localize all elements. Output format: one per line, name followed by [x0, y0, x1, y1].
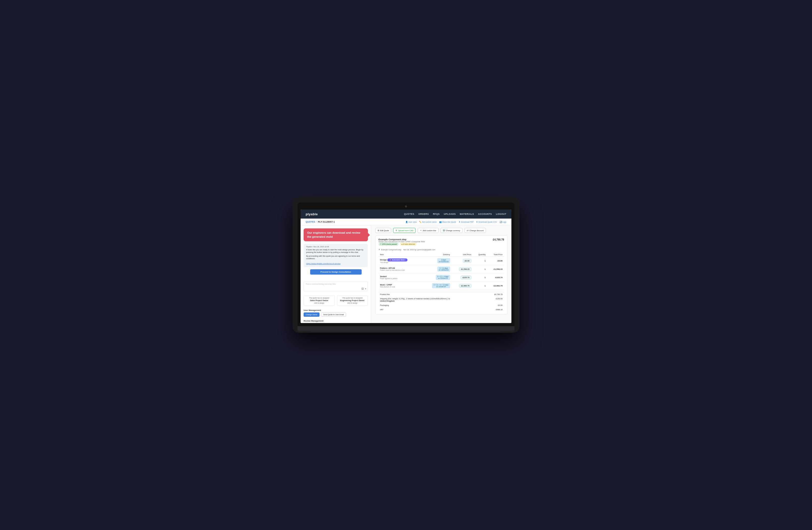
table-cell-item: SealedFinish applied to pattern — [378, 273, 422, 282]
breadcrumb-separator: / — [316, 221, 317, 223]
chat-text-2: By proceeding with this quote you are ag… — [306, 255, 365, 260]
comment-icons: 🖼 ➤ — [361, 288, 367, 290]
change-currency-btn[interactable]: 💱 Change currency — [440, 228, 463, 233]
nav-logout[interactable]: LOGOUT — [496, 213, 507, 215]
vat-value: £988.16 — [496, 308, 503, 311]
download-pdf-btn[interactable]: ⬇ Download PDF — [459, 221, 474, 223]
left-panel: Our engineers can download and review th… — [301, 225, 371, 323]
set-custom-name-btn[interactable]: ✏️ Set custom name — [419, 221, 436, 223]
col-total-price: Total Price — [487, 253, 504, 257]
terms-link[interactable]: https://www.plyable.com/terms-of-service — [306, 263, 340, 265]
table-cell-quantity: 1 — [473, 282, 487, 290]
vat-row: VAT £988.16 — [378, 307, 504, 312]
col-item: Item — [378, 253, 422, 257]
download-csv-btn[interactable]: ⬇ Download Quote CSV — [476, 221, 497, 223]
table-cell-total-price: £2,966.75 — [487, 282, 504, 290]
packaging-row: Packaging £0.00 — [378, 303, 504, 307]
comment-placeholder: Post a comment/drag and drop files — [306, 283, 336, 285]
download-row: ⬇ Example Component.step Nov 28, 2023 by… — [378, 249, 504, 251]
user-management-buttons: Change Owner Send Quote to User Email — [301, 312, 371, 318]
nav-rfqs[interactable]: RFQS — [433, 213, 440, 215]
packaging-value: £0.00 — [498, 304, 503, 306]
laptop-base — [298, 326, 514, 331]
main-nav: plyable QUOTES ORDERS RFQS UPLOADS MATER… — [301, 209, 511, 219]
review-management-title: Review Management — [301, 318, 371, 323]
eng-owner-action[interactable]: click to assign — [339, 302, 366, 304]
laptop-frame: plyable QUOTES ORDERS RFQS UPLOADS MATER… — [292, 197, 520, 333]
header-actions: 👤 User view ✏️ Set custom name 👥 Share t… — [406, 221, 506, 223]
shipping-value: £150.00 — [496, 297, 503, 302]
logs-btn[interactable]: 🔄 Logs — [499, 221, 506, 223]
download-filename[interactable]: Example Component.step — [381, 249, 402, 251]
user-management-title: User Management — [301, 308, 371, 312]
automated-badge: ⚡ Automated Mold › — [387, 259, 407, 262]
upload-cad-btn[interactable]: ⬆ Upload more CAD — [393, 228, 416, 233]
table-cell-delivery: 3 dayson 01/Dec/23 — [422, 257, 452, 265]
table-cell-unit-price: £2,966.75 — [452, 282, 473, 290]
image-icon: 🖼 — [361, 288, 364, 290]
tag-icon: 🏷 — [467, 229, 469, 232]
table-cell-quantity: 1 — [473, 265, 487, 273]
nav-materials[interactable]: MATERIALS — [460, 213, 474, 215]
change-discount-btn[interactable]: 🏷 Change discount — [464, 228, 486, 233]
laptop-screen: plyable QUOTES ORDERS RFQS UPLOADS MATER… — [301, 209, 511, 323]
vat-label: VAT — [380, 308, 383, 311]
nav-items: QUOTES ORDERS RFQS UPLOADS MATERIALS ACC… — [404, 213, 506, 215]
eng-owner-label: This quote has no assigned — [339, 297, 366, 299]
add-custom-line-btn[interactable]: ＋ Add custom line — [418, 228, 438, 233]
screen-bezel: plyable QUOTES ORDERS RFQS UPLOADS MATER… — [298, 203, 514, 326]
change-owner-btn[interactable]: Change Owner — [304, 312, 319, 317]
send-icon[interactable]: ➤ — [365, 288, 367, 290]
camera — [405, 206, 407, 207]
nav-orders[interactable]: ORDERS — [418, 213, 429, 215]
table-cell-quantity: 1 — [473, 257, 487, 265]
sales-owner-card[interactable]: This quote has no assigned Sales Project… — [304, 295, 335, 306]
check-icon: ✓ — [380, 243, 381, 245]
eng-owner-name: Engineering Project Owner — [339, 299, 366, 302]
table-cell-delivery: 3 + 11 + 4 + 14 dayson 19/Jan/24 — [422, 282, 452, 290]
engineering-owner-card[interactable]: This quote has no assigned Engineering P… — [337, 295, 368, 306]
nav-quotes[interactable]: QUOTES — [404, 213, 414, 215]
edit-quote-btn[interactable]: ⚙ Edit Quote — [375, 228, 391, 233]
brand-logo: plyable — [306, 212, 318, 216]
table-cell-unit-price: £1,598.33 — [452, 265, 473, 273]
sales-owner-label: This quote has no assigned — [306, 297, 333, 299]
product-fee-label: Product fee — [380, 293, 390, 295]
table-cell-item: Pattern • EP138Pattern used to manufactu… — [378, 265, 422, 273]
quote-info: Example Component.step Design and manufa… — [378, 238, 425, 247]
summary-rows: Product fee £4,790.78 Shipping (Est. wei… — [378, 292, 504, 312]
nav-accounts[interactable]: ACCOUNTS — [478, 213, 492, 215]
dfm-badge: ✓ DFM checks passed — [378, 242, 398, 246]
download-file-icon: ⬇ — [378, 249, 380, 251]
table-cell-total-price: £225.70 — [487, 273, 504, 282]
send-quote-email-btn[interactable]: Send Quote to User Email — [321, 312, 346, 317]
proceed-btn[interactable]: Proceed to Design Consultation — [310, 269, 362, 275]
breadcrumb-quotes-link[interactable]: QUOTES — [306, 221, 315, 223]
share-quote-btn[interactable]: 👥 Share this Quote — [439, 221, 456, 223]
col-unit-price: Unit Price — [452, 253, 473, 257]
plus-icon: ＋ — [420, 229, 422, 232]
quote-subtitle: Design and manufacture of mold • CFRP • … — [378, 241, 425, 242]
breadcrumb-current: PLY-31128007-1 — [318, 221, 335, 223]
quote-table: Item Delivery Unit Price Quantity Total … — [378, 253, 504, 290]
table-cell-unit-price: £0.00 — [452, 257, 473, 265]
nav-uploads[interactable]: UPLOADS — [444, 213, 456, 215]
project-owners: This quote has no assigned Sales Project… — [301, 293, 371, 308]
sales-owner-action[interactable]: click to assign — [306, 302, 333, 304]
table-row: Mold • CFRPManufacture of mold3 + 11 + 4… — [378, 282, 504, 290]
table-cell-unit-price: £225.70 — [452, 273, 473, 282]
download-date: Nov 28, 2023 by t.penrose@plyable.com — [404, 249, 435, 251]
comment-area[interactable]: Post a comment/drag and drop files 🖼 ➤ — [304, 281, 368, 291]
shipping-label: Shipping (Est. weight: 0.27kg , 2 sheets… — [380, 297, 450, 300]
tooltip-text: Our engineers can download and review th… — [307, 231, 360, 238]
quote-card-header: Example Component.step Design and manufa… — [378, 238, 504, 247]
product-fee-row: Product fee £4,790.78 — [378, 292, 504, 296]
chat-text-1: It looks like you are ready to start the… — [306, 249, 365, 254]
upload-icon: ⬆ — [395, 229, 397, 232]
circle-icon: ● — [402, 243, 403, 245]
user-view-btn[interactable]: 👤 User view — [406, 221, 417, 223]
shipping-country: United Kingdom — [380, 300, 395, 302]
toolbar: ⚙ Edit Quote ⬆ Upload more CAD ＋ Add cus… — [375, 228, 507, 233]
table-cell-item: Mold • CFRPManufacture of mold — [378, 282, 422, 290]
packaging-label: Packaging — [380, 304, 389, 306]
